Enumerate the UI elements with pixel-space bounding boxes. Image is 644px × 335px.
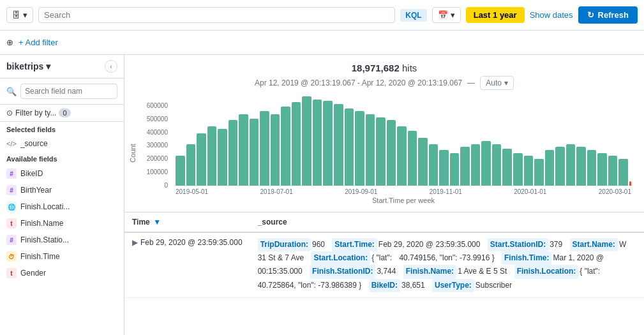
search-input-wrap[interactable] <box>38 7 395 23</box>
field-item-finish-location[interactable]: 🌐 Finish.Locati... <box>0 198 124 215</box>
results-table: Time ▼ _source ▶Feb 29, 2020 @ 23:59:35.… <box>124 212 644 335</box>
bar[interactable] <box>313 100 322 186</box>
last-year-button[interactable]: Last 1 year <box>466 7 525 23</box>
field-item-bikeid[interactable]: # BikeID <box>0 165 124 182</box>
bar[interactable] <box>618 159 628 186</box>
bar[interactable] <box>555 147 565 186</box>
bar[interactable] <box>460 147 470 186</box>
text-icon: t <box>6 268 17 278</box>
show-dates-button[interactable]: Show dates <box>530 10 573 20</box>
chevron-down-icon: ▾ <box>46 61 50 71</box>
top-bar: 🗄 ▾ KQL 📅 ▾ Last 1 year Show dates ↻ Ref… <box>0 0 644 31</box>
bar[interactable] <box>345 108 354 186</box>
bar[interactable] <box>397 126 407 186</box>
data-table: Time ▼ _source ▶Feb 29, 2020 @ 23:59:35.… <box>124 212 644 298</box>
bar[interactable] <box>355 111 364 186</box>
sidebar: biketrips ▾ ‹ 🔍 ⊙ Filter by ty... 0 Sele… <box>0 55 124 335</box>
bar[interactable] <box>545 150 555 186</box>
calendar-button[interactable]: 📅 ▾ <box>432 7 461 23</box>
bar[interactable] <box>323 101 333 186</box>
filter-options-icon: ⊕ <box>6 38 13 47</box>
search-input[interactable] <box>44 10 389 20</box>
bar[interactable] <box>608 156 618 186</box>
bar[interactable] <box>576 147 586 186</box>
field-key: Finish.Location: <box>514 265 579 278</box>
bar[interactable] <box>492 144 502 186</box>
field-value: Subscriber <box>476 281 512 290</box>
bar[interactable] <box>260 111 269 186</box>
index-name[interactable]: biketrips ▾ <box>6 61 50 71</box>
field-item-gender[interactable]: t Gender <box>0 265 124 281</box>
bar[interactable] <box>334 104 343 186</box>
bar[interactable] <box>513 153 523 186</box>
bar[interactable] <box>566 144 576 186</box>
refresh-label: Refresh <box>598 10 629 20</box>
field-key: Finish.Name: <box>403 265 456 278</box>
bar[interactable] <box>271 114 280 186</box>
field-search-input[interactable] <box>20 84 117 99</box>
bar[interactable] <box>281 107 290 186</box>
bar[interactable] <box>207 126 217 186</box>
bar[interactable] <box>366 114 375 186</box>
bar[interactable] <box>597 153 607 186</box>
bar[interactable] <box>218 129 227 186</box>
filter-options-button[interactable]: ⊕ <box>6 38 13 47</box>
bar[interactable] <box>418 138 428 186</box>
available-fields-label: Available fields <box>0 151 124 165</box>
bar[interactable] <box>250 119 259 186</box>
bar[interactable] <box>439 150 449 186</box>
bar[interactable] <box>471 144 481 186</box>
field-key: Start.StationID: <box>488 238 548 251</box>
bar[interactable] <box>176 156 185 186</box>
field-key: Start.Time: <box>332 238 377 251</box>
field-item-finish-time[interactable]: ⏱ Finish.Time <box>0 248 124 265</box>
collapse-sidebar-button[interactable]: ‹ <box>105 60 117 73</box>
filter-badge: 0 <box>59 108 70 117</box>
bar[interactable] <box>239 114 248 186</box>
index-selector[interactable]: 🗄 ▾ <box>6 7 33 23</box>
bar[interactable] <box>481 141 491 186</box>
bar[interactable] <box>534 159 544 186</box>
bar[interactable] <box>186 144 196 186</box>
kql-badge[interactable]: KQL <box>400 9 426 22</box>
field-name: Finish.Name <box>20 219 63 228</box>
field-value: 3,744 <box>377 267 396 276</box>
bar[interactable] <box>429 144 438 186</box>
bar[interactable] <box>228 120 238 186</box>
bar[interactable] <box>197 133 206 186</box>
refresh-button[interactable]: ↻ Refresh <box>578 6 638 24</box>
bar[interactable] <box>629 181 631 186</box>
field-value: Feb 29, 2020 @ 23:59:35.000 <box>378 240 481 249</box>
field-value: 38,651 <box>401 281 425 290</box>
chevron-down-icon: ▾ <box>23 10 27 20</box>
bar[interactable] <box>524 156 534 186</box>
time-cell: ▶Feb 29, 2020 @ 23:59:35.000 <box>124 232 250 297</box>
bar[interactable] <box>502 149 512 186</box>
expand-btn[interactable]: ▶ <box>132 238 138 247</box>
bar[interactable] <box>292 102 301 186</box>
field-name: BirthYear <box>20 186 52 195</box>
calendar-icon: 📅 <box>438 10 448 20</box>
bar[interactable] <box>376 117 386 186</box>
add-filter-label: + Add filter <box>19 38 58 47</box>
index-name-label: biketrips <box>6 61 43 71</box>
chart-with-axes: Count 600000 500000 400000 300000 200000… <box>135 96 634 204</box>
field-value: { "lat": <box>580 267 600 276</box>
bar[interactable] <box>387 120 396 186</box>
bar[interactable] <box>302 96 311 186</box>
field-item-source[interactable]: </> _source <box>0 136 124 151</box>
field-key: TripDuration: <box>258 238 311 251</box>
field-item-finish-station[interactable]: # Finish.Statio... <box>0 232 124 248</box>
add-filter-button[interactable]: + Add filter <box>19 38 58 47</box>
hash-icon: # <box>6 168 17 179</box>
field-value: 960 <box>312 240 325 249</box>
field-item-birthyear[interactable]: # BirthYear <box>0 182 124 198</box>
field-value: 379 <box>550 240 562 249</box>
auto-select-dropdown[interactable]: Auto ▾ <box>480 76 514 90</box>
refresh-icon: ↻ <box>587 10 594 20</box>
field-item-finish-name[interactable]: t Finish.Name <box>0 215 124 232</box>
bar[interactable] <box>408 131 417 186</box>
bar[interactable] <box>450 153 460 186</box>
filter-type-button[interactable]: ⊙ Filter by ty... 0 <box>0 105 124 122</box>
bar[interactable] <box>587 150 597 186</box>
